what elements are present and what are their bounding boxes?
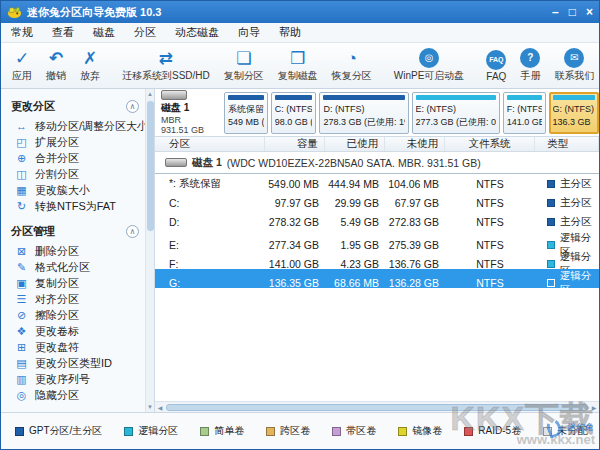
menu-help[interactable]: 帮助 [279,25,301,40]
winpe-bootable-disk-button[interactable]: ◎ WinPE可启动盘 [387,45,472,86]
usage-bar [275,95,313,100]
disk-map: 磁盘 1 MBR 931.51 GB 系统保留(N 549 MB (已 C: (… [155,89,599,137]
window-title: 迷你兔分区向导免费版 10.3 [27,5,552,20]
partition-table: 分区 容量 已使用 未使用 文件系统 类型 磁盘 1 (WDC WD10EZEX… [155,137,599,401]
usage-bar [228,95,264,100]
table-row-f[interactable]: F: 141.00 GB 4.23 GB 136.76 GB NTFS 逻辑分区 [155,250,599,269]
discard-button[interactable]: ✗ 放弃 [73,45,107,86]
menu-partition[interactable]: 分区 [134,25,156,40]
sidebar-item-wipe-partition[interactable]: ⊘ 擦除分区 [11,307,145,323]
sidebar-item-split-partition[interactable]: ◫ 分割分区 [11,166,145,182]
sidebar-item-align-partition[interactable]: ☰ 对齐分区 [11,291,145,307]
column-header-filesystem[interactable]: 文件系统 [445,137,535,151]
usage-bar [507,95,542,100]
sidebar-item-format-partition[interactable]: ✎ 格式化分区 [11,259,145,275]
sidebar-item-move-resize-partition[interactable]: ↔ 移动分区/调整分区大小 [11,118,145,134]
copy-disk-button[interactable]: ❒ 复制磁盘 [271,45,325,86]
table-row-e[interactable]: E: 277.34 GB 1.95 GB 275.39 GB NTFS 逻辑分区 [155,231,599,250]
app-logo-icon [7,5,22,19]
disk-group-row[interactable]: 磁盘 1 (WDC WD10EZEX-22BN5A0 SATA. MBR. 93… [155,152,599,174]
menu-dynamic-disk[interactable]: 动态磁盘 [175,25,219,40]
x-icon: ✗ [83,49,97,68]
sidebar-item-change-cluster-size[interactable]: ▦ 更改簇大小 [11,182,145,198]
trash-icon: ⊠ [15,245,28,258]
disk-map-block-c[interactable]: C: (NTFS) 98.0 GB (已 [271,92,317,134]
menu-view[interactable]: 查看 [52,25,74,40]
legend-gpt-primary: GPT分区/主分区 [15,424,102,438]
chevron-up-icon[interactable]: ∧ [126,100,139,113]
usage-bar [553,95,596,100]
color-swatch-icon [543,427,552,436]
scrollbar-thumb[interactable] [166,404,588,411]
chevron-up-icon[interactable]: ∧ [126,225,139,238]
menu-general[interactable]: 常规 [11,25,33,40]
table-row-system-reserved[interactable]: *: 系统保留 549.00 MB 444.94 MB 104.06 MB NT… [155,174,599,193]
sidebar-item-hide-partition[interactable]: ◎ 隐藏分区 [11,387,145,403]
legend-logical: 逻辑分区 [124,424,178,438]
sidebar-item-change-drive-letter[interactable]: ⊞ 更改盘符 [11,339,145,355]
disk-map-block-f[interactable]: F: (NTFS) 141.0 GB ( [503,92,546,134]
sidebar-item-change-partition-type-id[interactable]: ▤ 更改分区类型ID [11,355,145,371]
contact-us-button[interactable]: ✉ 联系我们 [547,45,600,86]
migrate-os-button[interactable]: ⇄ 迁移系统到SSD/HD [115,45,217,86]
scroll-right-arrow-icon[interactable]: ▶ [589,404,599,411]
minimize-button[interactable]: – [552,6,559,18]
column-header-capacity[interactable]: 容量 [265,137,325,151]
legend-raid5-volume: RAID-5卷 [464,424,521,438]
logical-partition-color-icon [547,241,555,249]
disk-map-block-d[interactable]: D: (NTFS) 278.3 GB (已使用: 1%) [319,92,408,134]
sidebar-scrollbar[interactable]: ▲ ▼ [145,89,154,412]
move-resize-icon: ↔ [15,120,28,133]
table-header-row: 分区 容量 已使用 未使用 文件系统 类型 [155,137,599,152]
section-partition-management[interactable]: 分区管理 ∧ [11,220,145,243]
sidebar-item-extend-partition[interactable]: ◰ 扩展分区 [11,134,145,150]
legend-bar: GPT分区/主分区 逻辑分区 简单卷 跨区卷 带区卷 镜像卷 RAID-5卷 [1,412,599,449]
disk-map-block-g-selected[interactable]: G: (NTFS) 136.3 GB [549,92,600,134]
sidebar-item-delete-partition[interactable]: ⊠ 删除分区 [11,243,145,259]
window-controls: – □ × [552,6,593,18]
menu-wizard[interactable]: 向导 [238,25,260,40]
legend-mirrored-volume: 镜像卷 [398,424,442,438]
manual-button[interactable]: ? 手册 [513,45,547,86]
hard-disk-icon [161,90,187,100]
disk-map-block-e[interactable]: E: (NTFS) 277.3 GB (已使用: 0%) [412,92,500,134]
main-panel: 磁盘 1 MBR 931.51 GB 系统保留(N 549 MB (已 C: (… [155,89,599,412]
maximize-button[interactable]: □ [569,6,576,18]
undo-button[interactable]: ↶ 撤销 [39,45,73,86]
migrate-icon: ⇄ [159,49,173,68]
column-header-type[interactable]: 类型 [535,137,599,151]
table-row-g-selected[interactable]: G: 136.35 GB 68.66 MB 136.28 GB NTFS 逻辑分… [155,269,599,288]
sidebar-item-change-label[interactable]: ❖ 更改卷标 [11,323,145,339]
color-swatch-icon [200,427,209,436]
sidebar-item-change-serial-number[interactable]: ▥ 更改序列号 [11,371,145,387]
primary-partition-color-icon [547,180,555,188]
color-swatch-icon [332,427,341,436]
menu-disk[interactable]: 磁盘 [93,25,115,40]
faq-button[interactable]: FAQ FAQ [479,45,513,86]
sidebar-item-merge-partition[interactable]: ⊕ 合并分区 [11,150,145,166]
title-bar: 迷你兔分区向导免费版 10.3 – □ × [1,1,599,23]
column-header-used[interactable]: 已使用 [325,137,385,151]
sidebar-item-convert-ntfs-to-fat[interactable]: ↻ 转换NTFS为FAT [11,198,145,214]
scroll-down-arrow-icon[interactable]: ▼ [147,402,153,412]
merge-icon: ⊕ [15,152,28,165]
disk-map-block-system-reserved[interactable]: 系统保留(N 549 MB (已 [224,92,268,134]
scroll-left-arrow-icon[interactable]: ◀ [155,404,165,411]
recover-partition-button[interactable]: ◔ 恢复分区 [325,45,379,86]
table-row-d[interactable]: D: 278.32 GB 5.49 GB 272.83 GB NTFS 主分区 [155,212,599,231]
scroll-up-arrow-icon[interactable]: ▲ [147,89,153,99]
scrollbar-thumb[interactable] [147,101,154,231]
copy-partition-button[interactable]: ❏ 复制分区 [217,45,271,86]
color-swatch-icon [266,427,275,436]
copy-partition-icon: ❏ [236,49,251,68]
table-row-c[interactable]: C: 97.97 GB 29.99 GB 67.97 GB NTFS 主分区 [155,193,599,212]
column-header-partition[interactable]: 分区 [155,137,265,151]
app-body: 更改分区 ∧ ↔ 移动分区/调整分区大小 ◰ 扩展分区 ⊕ 合并分区 ◫ 分 [1,89,599,412]
horizontal-scrollbar[interactable]: ◀ ▶ [155,401,599,412]
close-button[interactable]: × [586,6,593,18]
column-header-unused[interactable]: 未使用 [385,137,445,151]
type-id-document-icon: ▤ [15,357,28,370]
sidebar-item-copy-partition[interactable]: ▣ 复制分区 [11,275,145,291]
section-change-partition[interactable]: 更改分区 ∧ [11,95,145,118]
apply-button[interactable]: ✓ 应用 [5,45,39,86]
